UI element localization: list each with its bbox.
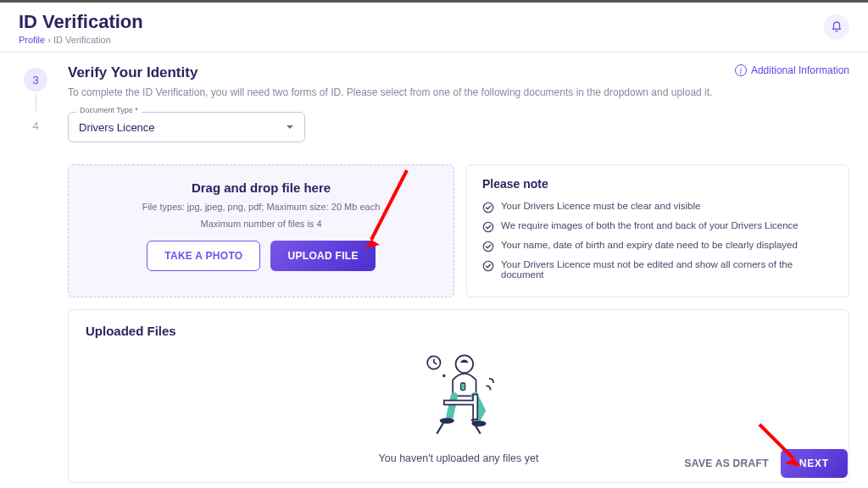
save-as-draft-button[interactable]: SAVE AS DRAFT	[685, 458, 769, 469]
upload-file-button[interactable]: UPLOAD FILE	[270, 241, 375, 271]
notifications-button[interactable]	[824, 14, 849, 40]
note-list: Your Drivers Licence must be clear and v…	[482, 197, 833, 283]
info-icon: i	[735, 64, 747, 76]
breadcrumb-current: ID Verification	[53, 35, 111, 45]
dropzone-maxfiles: Maximum number of files is 4	[86, 219, 437, 229]
doc-type-value: Drivers Licence	[79, 121, 155, 134]
additional-info-link[interactable]: i Additional Information	[735, 64, 849, 76]
check-circle-icon	[482, 202, 494, 214]
chevron-down-icon	[286, 123, 294, 131]
doc-type-select[interactable]: Drivers Licence	[68, 112, 305, 142]
svg-point-13	[442, 374, 445, 377]
section-subtitle: To complete the ID Verification, you wil…	[68, 86, 712, 98]
empty-state-text: You haven't uploaded any files yet	[379, 452, 539, 464]
doc-type-label: Document Type *	[76, 106, 142, 114]
page-title: ID Verification	[19, 11, 143, 33]
file-dropzone[interactable]: Drag and drop file here File types: jpg,…	[68, 164, 454, 297]
additional-info-label: Additional Information	[751, 64, 849, 76]
note-item: Your name, date of birth and expiry date…	[482, 236, 833, 256]
breadcrumb: Profile › ID Verification	[19, 35, 143, 45]
bell-icon	[831, 21, 843, 33]
breadcrumb-profile-link[interactable]: Profile	[19, 35, 45, 45]
step-3[interactable]: 3	[24, 68, 47, 92]
check-circle-icon	[482, 241, 494, 252]
svg-point-7	[456, 355, 474, 373]
section-title: Verify Your Identity	[68, 64, 712, 81]
dropzone-title: Drag and drop file here	[86, 180, 437, 195]
next-button[interactable]: NEXT	[781, 449, 848, 478]
step-4[interactable]: 4	[24, 114, 47, 137]
svg-rect-8	[461, 383, 465, 391]
step-connector	[36, 94, 36, 111]
check-circle-icon	[482, 221, 494, 233]
take-photo-button[interactable]: TAKE A PHOTO	[147, 241, 260, 271]
stepper: 3 4	[19, 64, 53, 483]
dropzone-filetypes: File types: jpg, jpeg, png, pdf; Maximum…	[86, 202, 437, 212]
svg-point-9	[440, 418, 454, 424]
uploaded-files-title: Uploaded Files	[86, 324, 832, 338]
check-circle-icon	[482, 260, 494, 272]
note-item: Your Drivers Licence must be clear and v…	[482, 197, 833, 217]
note-item: We require images of both the front and …	[482, 217, 833, 236]
svg-line-6	[434, 363, 437, 364]
please-note-card: Please note Your Drivers Licence must be…	[466, 164, 849, 297]
note-item: Your Drivers Licence must not be edited …	[482, 256, 833, 283]
note-title: Please note	[482, 177, 833, 191]
empty-state-illustration	[408, 342, 509, 444]
